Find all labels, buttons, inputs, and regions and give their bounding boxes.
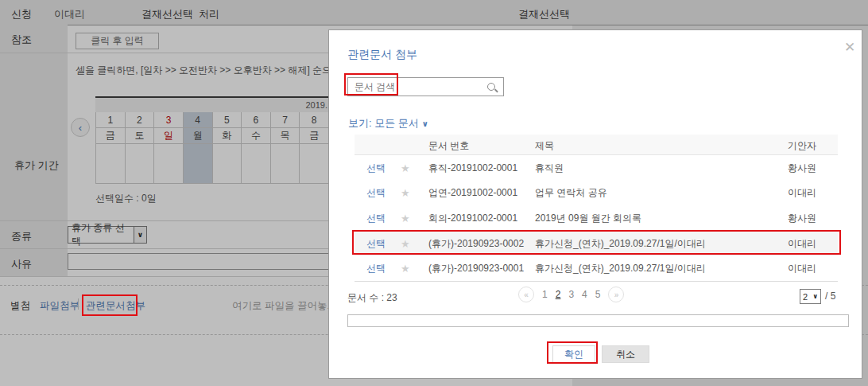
page-next-button[interactable]: »: [608, 287, 624, 302]
doc-drafter: 이대리: [788, 186, 816, 200]
page-number[interactable]: 1: [542, 289, 548, 300]
star-icon[interactable]: ★: [401, 212, 410, 224]
doc-drafter: 이대리: [788, 262, 816, 275]
star-icon[interactable]: ★: [401, 162, 410, 174]
select-link[interactable]: 선택: [366, 186, 386, 200]
doc-title: 업무 연락처 공유: [535, 186, 607, 200]
cancel-button[interactable]: 취소: [602, 345, 649, 363]
table-bottom-border: [355, 281, 838, 282]
col-doc-no: 문서 번호: [428, 139, 469, 153]
table-row-highlighted[interactable]: 선택 ★ (휴가)-20190923-0002 휴가신청_(연차)_2019.0…: [355, 231, 838, 256]
chevron-down-icon: ∨: [810, 290, 820, 303]
page-select[interactable]: 2 ∨: [800, 289, 821, 304]
table-row[interactable]: 선택 ★ 휴직-20191002-0001 휴직원 황사원: [355, 155, 838, 181]
view-filter-label: 보기: 모든 문서: [348, 117, 419, 129]
page-prev-icon: «: [524, 290, 529, 299]
table-row[interactable]: 선택 ★ (휴가)-20190923-0001 휴가신청_(연차)_2019.0…: [355, 255, 838, 281]
select-link[interactable]: 선택: [366, 262, 386, 275]
select-link[interactable]: 선택: [366, 161, 386, 174]
doc-no: 휴직-20191002-0001: [428, 161, 517, 174]
doc-search-box: [347, 77, 504, 96]
related-doc-table: 문서 번호 제목 기안자 선택 ★ 휴직-20191002-0001 휴직원 황…: [355, 135, 838, 282]
star-icon[interactable]: ★: [401, 263, 410, 275]
view-filter-dropdown[interactable]: 보기: 모든 문서∨: [348, 116, 428, 131]
table-header: 문서 번호 제목 기안자: [355, 135, 838, 155]
page-number[interactable]: 4: [582, 289, 587, 300]
doc-title: 휴직원: [535, 161, 564, 174]
confirm-button[interactable]: 확인: [552, 345, 595, 363]
doc-count: 문서 수 : 23: [347, 291, 397, 305]
pagination: « 1 2 3 4 5 »: [518, 287, 624, 302]
doc-drafter: 이대리: [788, 236, 816, 250]
doc-no: 회의-20191002-0001: [428, 211, 517, 224]
page-number[interactable]: 5: [595, 289, 601, 300]
page-number-current[interactable]: 2: [556, 289, 561, 300]
doc-search-input[interactable]: [348, 78, 488, 96]
col-drafter: 기안자: [788, 139, 816, 153]
page-number[interactable]: 3: [568, 289, 574, 300]
related-doc-attach-dialog: 관련문서 첨부 ✕ 보기: 모든 문서∨ 문서 번호 제목 기안자 선택 ★ 휴…: [328, 29, 862, 379]
doc-drafter: 황사원: [788, 211, 816, 224]
chevron-down-icon: ∨: [422, 119, 428, 128]
doc-title: 2019년 09월 월간 회의록: [535, 211, 641, 224]
table-row[interactable]: 선택 ★ 업연-20191002-0001 업무 연락처 공유 이대리: [355, 181, 838, 206]
select-link[interactable]: 선택: [366, 211, 386, 224]
search-icon[interactable]: [487, 83, 495, 91]
table-row[interactable]: 선택 ★ 회의-20191002-0001 2019년 09월 월간 회의록 황…: [355, 205, 838, 231]
doc-no: (휴가)-20190923-0001: [428, 262, 524, 275]
screen: 신청 이대리 결재선선택 처리 결재선선택 참조 클릭 후 입력 휴가 기간 셀…: [0, 0, 868, 386]
star-icon[interactable]: ★: [401, 237, 410, 249]
page-total: / 5: [825, 290, 835, 302]
dialog-title: 관련문서 첨부: [347, 48, 417, 62]
selected-docs-input[interactable]: [347, 314, 849, 327]
doc-no: 업연-20191002-0001: [428, 186, 517, 200]
doc-title: 휴가신청_(연차)_2019.09.27/1일/이대리: [535, 262, 706, 275]
doc-no: (휴가)-20190923-0002: [428, 236, 524, 250]
doc-title: 휴가신청_(연차)_2019.09.27/1일/이대리: [535, 236, 706, 250]
select-link[interactable]: 선택: [366, 236, 386, 250]
close-icon[interactable]: ✕: [844, 41, 855, 54]
page-next-icon: »: [614, 290, 619, 299]
star-icon[interactable]: ★: [401, 187, 410, 199]
page-select-value: 2: [800, 290, 810, 303]
doc-drafter: 황사원: [788, 161, 816, 174]
page-prev-button[interactable]: «: [518, 287, 534, 302]
col-title: 제목: [535, 139, 554, 153]
